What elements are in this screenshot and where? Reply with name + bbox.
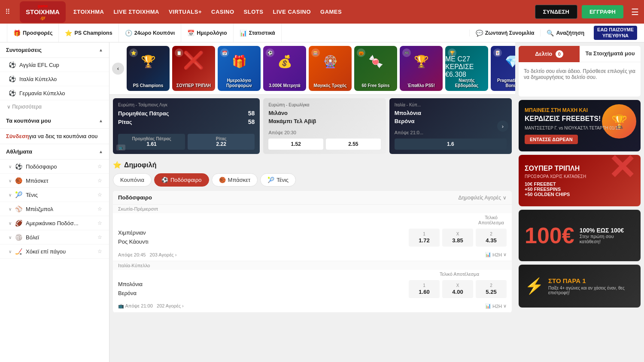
match-row-0-more-markets[interactable]: 203 Αγορές › [147,252,176,257]
match-row-1-odds: 1 1.60 Χ 4.00 2 5.25 [409,280,507,298]
popular-star-icon: ⭐ [113,161,122,169]
popular-tab-football[interactable]: ⚽ Ποδόσφαιρο [154,173,209,187]
sidebar-shortcuts-header[interactable]: Συντομεύσεις ▲ [0,42,109,58]
carousel-prev-button[interactable]: ‹ [112,63,124,75]
nav-live-stoixima[interactable]: LIVE ΣΤΟΙΧΗΜΑ [113,7,159,17]
sidebar-item-hockey[interactable]: ∨ 🏒 Χόκεϊ επί πάγου ☆ [0,244,109,259]
logo[interactable]: game SΤΟΙΧΗΜΑ .gr [20,1,66,23]
match-1-odd1-button[interactable]: 1.52 [268,139,323,150]
match-row-0-odd1[interactable]: 1 1.72 [409,229,440,247]
match-row-1-odd2[interactable]: 2 5.25 [476,280,507,298]
match-card-0: Ευρώπη - Τσάμπιονς Λιγκ Προμηθέας Πάτρας… [113,98,260,154]
match-0-odd2-button[interactable]: Ρίτας 2.22 [188,134,255,150]
promo-0-btn[interactable]: ΕΝΤΑΣΣΕ ΔΩΡΕΑΝ [525,135,578,144]
sidebar-item-basket[interactable]: ∨ 🏀 Μπάσκετ ☆ [0,174,109,188]
match-next-button[interactable]: › [497,121,508,132]
sport-table-market[interactable]: Δημοφιλείς Αγορές ∨ [458,195,507,201]
h2h-chevron-1: ∨ [503,303,507,309]
tennis-label: Τένις [26,192,38,198]
match-row-1-odd1[interactable]: 1 1.60 [409,280,440,298]
carousel-item-2[interactable]: 📅 🎁 Ημερολόγιο Προσφορών [218,46,261,91]
sidebar-item-football[interactable]: ∨ ⚽ Ποδόσφαιρο ☆ [0,160,109,174]
sidebar-item-volley[interactable]: ∨ 🏐 Βόλεϊ ☆ [0,230,109,244]
carousel-item-8[interactable]: 🃏 💎 Pragmatic Buy Bonus [491,46,515,91]
match-row-0-oddx[interactable]: Χ 3.85 [442,229,473,247]
sec-nav-item-prosfores[interactable]: 🎁 Προσφορές [7,24,59,42]
match-0-league: Ευρώπη - Τσάμπιονς Λιγκ [118,103,255,107]
match-1-odd2-button[interactable]: 2.55 [326,139,381,150]
volley-fav-icon[interactable]: ☆ [97,234,102,240]
popular-tab-basket[interactable]: 🏀 Μπάσκετ [212,173,258,187]
promo-card-0[interactable]: ΜΠΑΙΝΕΙΣ ΣΤΗ ΜΑΧΗ ΚΑΙ ΚΕΡΔΙΖΕΙΣ FREEBETS… [519,100,641,151]
match-1-odd1-val: 1.52 [270,141,322,147]
basket-label: Μπάσκετ [26,178,49,184]
betslip-tab-my-bets[interactable]: Τα Στοιχήματά μου [580,46,641,62]
sidebar-item-germany[interactable]: ⚽ Γερμανία Κύπελλο [0,86,109,100]
match-row-1-h2h[interactable]: 📊 H2H ∨ [485,303,507,309]
carousel-item-5[interactable]: 🎃 🍬 60 Free Spins [354,46,397,91]
sec-nav-item-ps[interactable]: ⭐ PS Champions [59,24,118,42]
sidebar-more-shortcuts[interactable]: ∨ Περισσότερα [0,100,109,113]
nav-casino[interactable]: CASINO [211,7,234,17]
sidebar-athlimata-header[interactable]: Αθλήματα ▲ [0,144,109,160]
sec-nav-item-stats[interactable]: 📊 Στατιστικά [234,24,282,42]
sidebar-item-efl[interactable]: ⚽ Αγγλία EFL Cup [0,58,109,72]
baseball-fav-icon[interactable]: ☆ [97,206,102,212]
grid-icon[interactable]: ⠿ [5,8,10,16]
popular-tab-coupon[interactable]: Κουπόνια [113,173,152,187]
football-fav-icon[interactable]: ☆ [97,163,102,169]
nav-games[interactable]: GAMES [320,7,342,17]
sec-nav-item-calendar[interactable]: 📅 Ημερολόγιο [181,24,233,42]
carousel-item-6[interactable]: 🎮 🏆 Έπαθλο PS5! [400,46,443,91]
nav-stoixima[interactable]: ΣΤΟΙΧΗΜΑ [73,7,104,17]
syndesi-button[interactable]: ΣΥΝΔΕΣΗ [535,5,577,19]
match-0-odd1-button[interactable]: Προμηθέας Πάτρας 1.61 [118,134,185,150]
nav-virtuals[interactable]: VIRTUALS+ [169,7,202,17]
match-row-0-h2h[interactable]: 📊 H2H ∨ [485,252,507,257]
match-row-1-more-markets[interactable]: 202 Αγορές › [154,303,184,308]
af-fav-icon[interactable]: ☆ [97,220,102,226]
promo-1-content: ΣΟΥΠΕΡ ΤΡΙΠΛΗ ΠΡΟΣΦΟΡΑ ΧΩΡΙΣ ΚΑΤΑΘΕΣΗ 10… [525,165,635,197]
match-row-0-odd2[interactable]: 2 4.35 [476,229,507,247]
athlimata-arrow: ▲ [99,149,103,154]
sec-nav-item-search[interactable]: 🔍 Αναζήτηση [540,30,590,36]
betslip-badge: 0 [556,50,563,58]
match-row-1-league: Ιταλία-Κύπελλο [113,261,512,270]
hockey-fav-icon[interactable]: ☆ [97,248,102,254]
coupons-login-link[interactable]: Σύνδεση [6,133,29,139]
promo-card-3[interactable]: ⚡ ΣΤΟ ΠΑΡΑ 1 Παίξε 4+ αγώνες και αν χάσε… [519,265,641,308]
carousel-item-7[interactable]: 🏆 ΜΕ C27 ΚΕΡΔΙΣΕ€6.308 Νικητής Εβδομάδας [445,46,488,91]
carousel-item-3[interactable]: ⚽ 💰 3.000€ Μετρητά [263,46,306,91]
match-row-1-oddx[interactable]: Χ 4.00 [442,280,473,298]
promo-card-1[interactable]: ΣΟΥΠΕΡ ΤΡΙΠΛΗ ΠΡΟΣΦΟΡΑ ΧΩΡΙΣ ΚΑΤΑΘΕΣΗ 10… [519,155,641,206]
carousel-item-1[interactable]: 📋 ❌ ΣΟΥΠΕΡ ΤΡΙΠΛΗ [172,46,215,91]
nav-live-casino[interactable]: LIVE CASINO [273,7,311,17]
promo-1-details: 10€ FREEBET +50 FREESPINS +50 GOLDEN CHI… [525,181,635,197]
sidebar-item-baseball[interactable]: ∨ ⚾ Μπέιζμπολ ☆ [0,202,109,216]
promo-card-2[interactable]: 100€ 100% ΕΩΣ 100€ Στην πρώτη σου κατάθε… [519,210,641,261]
betslip-tab-active[interactable]: Δελτίο 0 [519,46,580,62]
hamburger-icon[interactable]: ☰ [631,7,639,17]
carousel-item-4[interactable]: 🎰 🎡 Μαγικός Τροχός [309,46,352,91]
basket-fav-icon[interactable]: ☆ [97,178,102,184]
sec-nav-item-24[interactable]: 🕐 24ωρο Κουπόνι [119,24,182,42]
sport-table: Ποδόσφαιρο Δημοφιλείς Αγορές ∨ Σκωτία-Πρ… [113,191,512,313]
match-0-odd2-label: Ρίτας [189,136,253,141]
sidebar-item-tennis[interactable]: ∨ 🎾 Τένις ☆ [0,188,109,202]
oddx-label-1: Χ [444,283,471,288]
sidebar-item-american-football[interactable]: ∨ 🏈 Αμερικάνικο Ποδόσ... ☆ [0,216,109,230]
match-2-odd1-button[interactable]: 1.6 [395,139,507,150]
carousel-item-0[interactable]: ⭐ 🏆 PS Champions [127,46,170,91]
volley-icon: 🏐 [15,234,22,241]
odd1-value: 1.72 [410,237,438,244]
promo-0-sub: ΜΠΑΙΝΕΙΣ ΣΤΗ ΜΑΧΗ ΚΑΙ [525,107,635,113]
nav-slots[interactable]: SLOTS [244,7,264,17]
tennis-fav-icon[interactable]: ☆ [97,192,102,198]
sidebar-coupons-header[interactable]: Τα κουπόνια μου ▲ [0,113,109,129]
betslip-my-bets-label: Τα Στοιχήματά μου [585,50,635,57]
basket-icon: 🏀 [15,177,22,184]
popular-tab-tennis[interactable]: 🎾 Τένις [260,173,296,187]
eggrafh-button[interactable]: ΕΓΓΡΑΦΗ [582,5,623,18]
sidebar-item-italia[interactable]: ⚽ Ιταλία Κύπελλο [0,72,109,86]
sec-nav-item-chat[interactable]: 💬 Ζωντανή Συνομιλία [469,30,541,36]
